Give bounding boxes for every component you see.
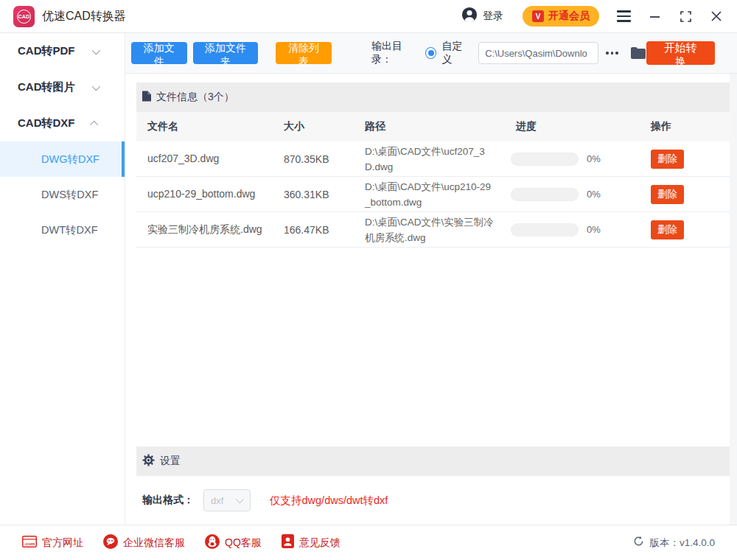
chevron-up-icon	[90, 120, 98, 128]
output-path-input[interactable]	[478, 42, 598, 64]
output-dir-label: 输出目录：	[371, 40, 419, 66]
app-logo-icon: CAD	[13, 6, 35, 27]
website-icon: .com	[22, 536, 37, 550]
update-icon	[633, 536, 644, 550]
svg-text:.com: .com	[24, 540, 35, 545]
chevron-down-icon	[236, 495, 244, 503]
user-icon	[461, 7, 478, 26]
file-name: 实验三制冷机房系统.dwg	[136, 223, 284, 237]
format-select[interactable]: dxf	[203, 489, 251, 511]
progress-cell: 0%	[511, 188, 651, 201]
right-gutter	[730, 74, 737, 525]
file-path: D:\桌面\CAD文件\ucp210-29_bottom.dwg	[365, 179, 511, 210]
minimize-button[interactable]	[647, 9, 662, 24]
progress-percent: 0%	[587, 224, 601, 235]
wechat-icon	[103, 534, 118, 552]
file-size: 166.47KB	[284, 224, 365, 236]
output-format-label: 输出格式：	[142, 494, 194, 507]
login-label: 登录	[483, 10, 503, 23]
browse-more-button[interactable]	[604, 47, 620, 59]
progress-cell: 0%	[511, 153, 651, 166]
login-button[interactable]: 登录	[461, 7, 503, 26]
custom-dir-radio[interactable]	[425, 47, 436, 59]
feedback-icon	[282, 534, 294, 551]
file-path: D:\桌面\CAD文件\ucf207_3D.dwg	[365, 144, 511, 175]
sidebar-group-cad-to-image[interactable]: CAD转图片	[0, 69, 125, 105]
progress-cell: 0%	[511, 223, 651, 237]
chevron-down-icon	[92, 82, 100, 90]
add-folder-button[interactable]: 添加文件夹	[193, 42, 259, 64]
maximize-button[interactable]	[678, 9, 693, 24]
version-info: 版本：v1.4.0.0	[633, 536, 715, 550]
wechat-service-link[interactable]: 企业微信客服	[103, 534, 185, 552]
vip-button[interactable]: V 开通会员	[523, 6, 599, 27]
output-format-row: 输出格式： dxf 仅支持dwg/dws/dwt转dxf	[136, 476, 730, 525]
settings-title: 设置	[160, 455, 181, 468]
clear-list-button[interactable]: 清除列表	[276, 42, 332, 64]
qq-service-link[interactable]: QQ客服	[205, 534, 262, 552]
file-size: 360.31KB	[284, 189, 365, 200]
official-website-link[interactable]: .com 官方网址	[22, 536, 83, 550]
toolbar: 添加文件 添加文件夹 清除列表 输出目录： 自定义 开始转换	[125, 33, 737, 74]
menu-icon[interactable]	[617, 10, 631, 21]
version-label: 版本：v1.4.0.0	[649, 536, 715, 550]
gear-icon	[142, 454, 155, 469]
settings-bar: 设置	[136, 447, 730, 476]
file-info-title: 文件信息（3个）	[156, 91, 234, 104]
table-row: 实验三制冷机房系统.dwg 166.47KB D:\桌面\CAD文件\实验三制冷…	[136, 212, 730, 248]
progress-percent: 0%	[587, 153, 601, 164]
table-row: ucp210-29_bottom.dwg 360.31KB D:\桌面\CAD文…	[136, 177, 730, 212]
progress-bar	[511, 223, 579, 237]
app-window: CAD 优速CAD转换器 登录 V 开通会员 CAD转PDF	[0, 0, 737, 560]
empty-area	[136, 248, 730, 447]
add-file-button[interactable]: 添加文件	[131, 42, 187, 64]
vip-icon: V	[532, 10, 544, 22]
sidebar: CAD转PDF CAD转图片 CAD转DXF DWG转DXF DWS转DXF D…	[0, 33, 125, 525]
sidebar-item-dwg-to-dxf[interactable]: DWG转DXF	[0, 141, 125, 177]
sidebar-group-cad-to-pdf[interactable]: CAD转PDF	[0, 33, 125, 69]
progress-bar	[511, 188, 579, 201]
file-path: D:\桌面\CAD文件\实验三制冷机房系统.dwg	[365, 214, 511, 245]
file-info-bar: 文件信息（3个）	[136, 83, 730, 112]
file-name: ucf207_3D.dwg	[136, 152, 284, 166]
delete-button[interactable]: 删除	[651, 185, 684, 204]
qq-icon	[205, 534, 220, 552]
app-title: 优速CAD转换器	[42, 9, 126, 24]
document-icon	[142, 91, 151, 105]
delete-button[interactable]: 删除	[651, 220, 684, 239]
file-size: 870.35KB	[284, 153, 365, 165]
footer: .com 官方网址 企业微信客服 QQ客服 意见反馈 版本：v1.4.0.0	[0, 525, 737, 560]
delete-button[interactable]: 删除	[651, 150, 684, 169]
table-header: 文件名 大小 路径 进度 操作	[136, 112, 730, 141]
table-row: ucf207_3D.dwg 870.35KB D:\桌面\CAD文件\ucf20…	[136, 141, 730, 177]
sidebar-group-cad-to-dxf[interactable]: CAD转DXF	[0, 105, 125, 141]
open-folder-icon[interactable]	[630, 46, 646, 60]
custom-dir-label: 自定义	[441, 40, 470, 66]
close-button[interactable]	[709, 9, 724, 24]
feedback-link[interactable]: 意见反馈	[282, 534, 340, 551]
start-convert-button[interactable]: 开始转换	[646, 41, 715, 65]
sidebar-item-dws-to-dxf[interactable]: DWS转DXF	[0, 177, 125, 212]
file-name: ucp210-29_bottom.dwg	[136, 187, 284, 201]
progress-percent: 0%	[587, 189, 601, 200]
sidebar-item-dwt-to-dxf[interactable]: DWT转DXF	[0, 212, 125, 248]
format-hint: 仅支持dwg/dws/dwt转dxf	[270, 494, 388, 508]
vip-label: 开通会员	[548, 10, 590, 23]
titlebar: CAD 优速CAD转换器 登录 V 开通会员	[0, 0, 737, 33]
progress-bar	[511, 153, 579, 166]
chevron-down-icon	[92, 46, 100, 54]
